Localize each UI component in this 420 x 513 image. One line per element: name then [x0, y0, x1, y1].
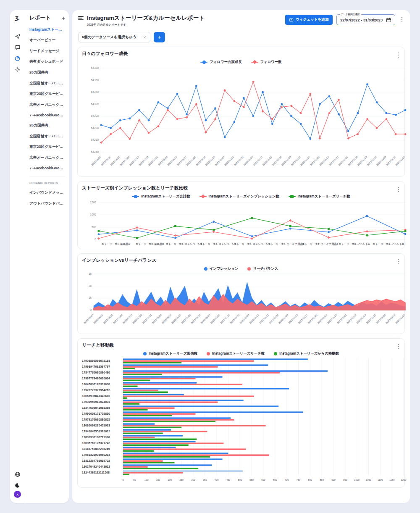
date-range-label: データ期間の選択: [340, 13, 361, 16]
gear-icon[interactable]: [14, 66, 21, 73]
svg-text:800: 800: [308, 479, 312, 481]
page-title: Instagramストーリーズ&カルーセルレポート: [87, 14, 285, 22]
svg-text:17998947682597797: 17998947682597797: [82, 365, 110, 368]
svg-text:54380: 54380: [91, 66, 99, 69]
dark-mode-moon-icon[interactable]: [14, 482, 21, 489]
legend-item[interactable]: インプレッション: [204, 266, 239, 271]
svg-text:ストーリーズ4: キャンペーン4: ストーリーズ4: キャンペーン4: [200, 242, 236, 246]
svg-text:1000: 1000: [90, 213, 96, 216]
svg-text:2022/08/27: 2022/08/27: [171, 313, 182, 324]
legend-item[interactable]: フォロワーの実成長: [200, 60, 242, 64]
add-widget-button[interactable]: ウィジェットを追加: [285, 15, 333, 25]
toolbar: 6個のデータソースを選択ちゅう +: [78, 32, 405, 42]
svg-text:150: 150: [156, 479, 160, 481]
report-nav: レポート + Instagramストーリーズ...オーバービューリードメッセージ…: [25, 10, 69, 503]
legend-item[interactable]: リーチバランス: [247, 266, 278, 271]
svg-text:2023/01/14: 2023/01/14: [317, 313, 328, 324]
svg-text:2022/11/03: 2022/11/03: [239, 313, 250, 324]
svg-text:18027049240443613: 18027049240443613: [82, 465, 110, 468]
sidebar-report-item[interactable]: 7 -Facebook/Google My...: [29, 166, 65, 170]
card-kebab-menu[interactable]: [395, 186, 401, 193]
svg-text:1k: 1k: [89, 296, 92, 299]
chart-title: インプレッションvsリーチバランス: [82, 258, 400, 263]
svg-text:17847765080896480: 17847765080896480: [82, 371, 110, 374]
sidebar-report-item[interactable]: 広告オーガニック分析: [29, 155, 65, 160]
sidebar-report-item[interactable]: 全国店舗オーバービュー: [29, 134, 65, 139]
brand-logo: ʒ.: [15, 14, 20, 21]
legend-item[interactable]: フォロワー数: [251, 60, 282, 64]
svg-text:2022/09/23: 2022/09/23: [200, 313, 211, 324]
svg-text:2022/07/04: 2022/07/04: [113, 313, 123, 324]
sidebar-report-item[interactable]: 26カ国共有: [29, 70, 65, 75]
svg-text:2022/07/13: 2022/07/13: [122, 313, 133, 324]
svg-text:1050: 1050: [366, 479, 371, 481]
datasource-select[interactable]: 6個のデータソースを選択ちゅう: [78, 32, 150, 42]
svg-text:2022/08/18: 2022/08/18: [161, 313, 172, 324]
svg-text:18312364786019722: 18312364786019722: [82, 459, 110, 463]
chart-title: 日々のフォロワー成長: [82, 51, 400, 57]
sidebar-report-item[interactable]: 広告オーガニック分析: [29, 103, 65, 108]
legend-item[interactable]: Instagramストーリーズ返信数: [143, 351, 197, 356]
card-kebab-menu[interactable]: [395, 343, 401, 350]
sidebar-report-item[interactable]: 共有ダッシュボード: [29, 59, 65, 64]
svg-text:ストーリーズ1: 新商品A: ストーリーズ1: 新商品A: [102, 242, 130, 246]
card-kebab-menu[interactable]: [395, 258, 401, 266]
svg-text:54320: 54320: [91, 103, 99, 105]
legend-item[interactable]: Instagramストーリーズリーチ数: [207, 351, 265, 356]
svg-text:18118753882293249: 18118753882293249: [82, 447, 110, 451]
svg-text:550: 550: [249, 479, 254, 481]
globe-icon[interactable]: [14, 471, 21, 478]
svg-text:2022/06/16: 2022/06/16: [93, 313, 104, 324]
svg-text:950: 950: [343, 479, 347, 481]
legend-item[interactable]: Instagramストーリーズリーチ数: [289, 194, 350, 199]
svg-text:1100: 1100: [378, 479, 383, 481]
svg-text:2022/12/18: 2022/12/18: [288, 313, 299, 324]
report-menu-icon[interactable]: [78, 16, 84, 21]
chart-title: リーチと移動数: [82, 342, 400, 348]
legend-item[interactable]: Instagramストーリーズ合計数: [132, 194, 190, 199]
svg-text:ストーリーズ9: イベントB: ストーリーズ9: イベントB: [373, 242, 404, 246]
card-kebab-menu[interactable]: [395, 51, 401, 59]
chat-icon[interactable]: [14, 44, 21, 51]
impressions-vs-reach-chart: 01k2k3k2022/06/072022/06/162022/06/25202…: [82, 271, 400, 331]
sidebar-report-item[interactable]: アウトバウンドパフォーマンス: [29, 201, 65, 206]
svg-text:1500: 1500: [90, 201, 96, 204]
add-datasource-button[interactable]: +: [154, 32, 165, 42]
user-avatar[interactable]: ʒ: [14, 491, 21, 498]
sidebar-report-item[interactable]: リードメッセージ: [29, 49, 65, 54]
legend-item[interactable]: Instagramストーリーズからの移動数: [274, 351, 339, 356]
sidebar-report-item[interactable]: 東京23区グルーピング: [29, 145, 65, 150]
svg-text:500: 500: [238, 479, 242, 481]
svg-text:50: 50: [134, 479, 136, 481]
legend-item[interactable]: Instagramストーリーズインプレッション数: [200, 194, 279, 199]
send-icon[interactable]: [14, 33, 21, 40]
svg-text:1150: 1150: [389, 479, 394, 481]
reports-pie-chart-icon[interactable]: [14, 55, 21, 62]
sidebar-report-item[interactable]: Instagramストーリーズ...: [29, 27, 65, 32]
date-range-picker[interactable]: データ期間の選択 22/07/2022 - 31/03/2023: [336, 14, 395, 25]
svg-text:2022/10/25: 2022/10/25: [234, 155, 244, 166]
sidebar-report-item[interactable]: 全国店舗オーバービュー: [29, 81, 65, 86]
sidebar-report-item[interactable]: オーバービュー: [29, 38, 65, 43]
organic-report-list: インバウンドメッセージアウトバウンドパフォーマンス: [29, 190, 65, 206]
followers-growth-card: 日々のフォロワー成長 フォロワーの実成長フォロワー数 5424054260542…: [77, 47, 405, 177]
svg-text:17903866598672163: 17903866598672163: [82, 359, 110, 363]
sidebar-report-item[interactable]: 26カ国共有: [29, 123, 65, 128]
sidebar-report-item[interactable]: 東京23区グルーピング: [29, 92, 65, 97]
svg-text:300: 300: [191, 479, 195, 481]
svg-text:900: 900: [331, 479, 336, 481]
sidebar-report-item[interactable]: インバウンドメッセージ: [29, 190, 65, 195]
svg-text:450: 450: [226, 479, 231, 481]
svg-text:2022/07/31: 2022/07/31: [142, 313, 152, 324]
svg-text:2022/10/25: 2022/10/25: [229, 313, 240, 324]
svg-text:100: 100: [144, 479, 149, 481]
add-report-button[interactable]: +: [62, 15, 65, 21]
svg-text:200: 200: [168, 479, 172, 481]
svg-text:54340: 54340: [91, 90, 99, 93]
svg-text:ストーリーズ5: キャンペーン5: ストーリーズ5: キャンペーン5: [234, 242, 270, 246]
header-kebab-menu[interactable]: [399, 16, 405, 24]
divider: [29, 176, 65, 176]
date-range-value: 22/07/2022 - 31/03/2023: [341, 18, 383, 22]
svg-text:17953321936950214: 17953321936950214: [82, 453, 110, 457]
sidebar-report-item[interactable]: 7 -Facebook/Google My...: [29, 113, 65, 117]
